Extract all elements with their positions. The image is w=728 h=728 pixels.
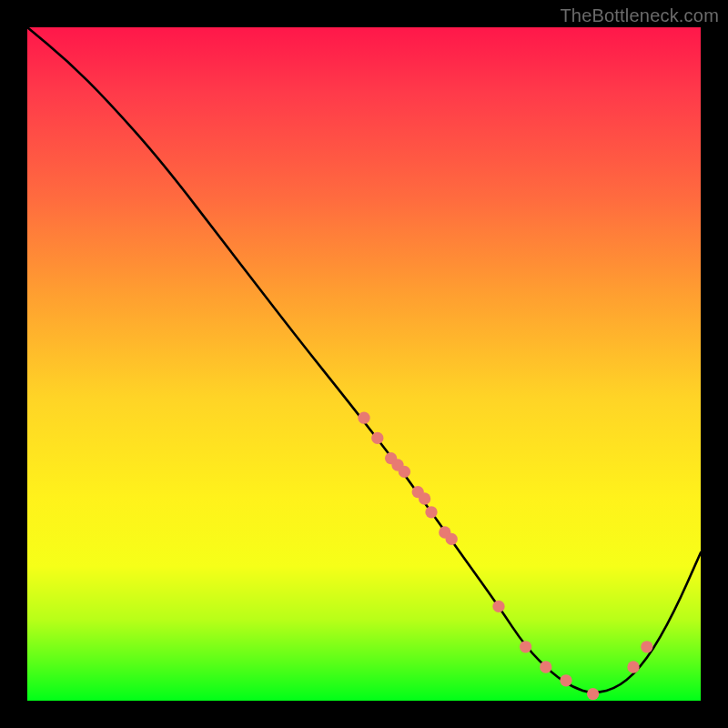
bottleneck-curve: [27, 27, 701, 693]
plot-area: [27, 27, 701, 701]
scatter-point: [399, 466, 410, 478]
chart-frame: TheBottleneck.com: [0, 0, 728, 728]
scatter-point: [520, 641, 531, 652]
scatter-point: [627, 661, 639, 672]
scatter-point: [587, 688, 599, 700]
scatter-point: [358, 412, 369, 424]
scatter-point: [371, 432, 383, 444]
scatter-point: [425, 506, 437, 518]
scatter-points: [358, 412, 652, 701]
scatter-point: [540, 661, 551, 672]
chart-svg: [27, 27, 701, 701]
scatter-point: [446, 533, 458, 545]
scatter-point: [492, 601, 504, 612]
watermark-text: TheBottleneck.com: [560, 5, 719, 26]
scatter-point: [560, 674, 571, 686]
scatter-point: [419, 492, 430, 504]
scatter-point: [641, 641, 652, 652]
